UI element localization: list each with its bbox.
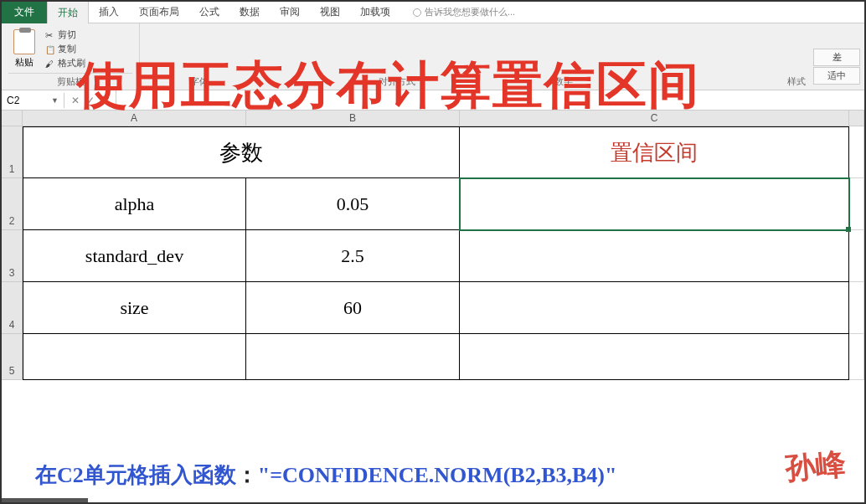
overlay-title: 使用正态分布计算置信区间	[77, 52, 700, 120]
watermark-signature: 孙峰	[784, 444, 848, 490]
style-neutral[interactable]: 适中	[813, 67, 860, 85]
cell-c5[interactable]	[460, 334, 849, 380]
select-all-corner[interactable]	[2, 111, 23, 126]
name-box[interactable]: C2 ▼	[2, 93, 64, 108]
tell-me-search[interactable]: 告诉我您想要做什么...	[413, 6, 515, 18]
cell-b5[interactable]	[246, 334, 460, 380]
styles-group-label: 样式	[787, 75, 806, 88]
cell-c4[interactable]	[460, 282, 849, 334]
tab-addins[interactable]: 加载项	[350, 1, 400, 23]
cell-b2[interactable]: 0.05	[246, 178, 460, 230]
row-header-2[interactable]: 2	[2, 178, 23, 230]
tab-review[interactable]: 审阅	[270, 1, 310, 23]
cell-a1-b1[interactable]: 参数	[23, 126, 460, 178]
tab-formula[interactable]: 公式	[189, 1, 229, 23]
cell-a4[interactable]: size	[23, 282, 246, 334]
bulb-icon	[413, 8, 421, 17]
cell-d3[interactable]	[849, 230, 864, 282]
cell-d1[interactable]	[849, 126, 864, 178]
cell-d4[interactable]	[849, 282, 864, 334]
ribbon-tabs: 文件 开始 插入 页面布局 公式 数据 审阅 视图 加载项 告诉我您想要做什么.…	[2, 2, 864, 23]
cell-c2[interactable]	[460, 178, 849, 230]
tab-file[interactable]: 文件	[2, 1, 47, 23]
row-header-1[interactable]: 1	[2, 126, 23, 178]
cell-c1[interactable]: 置信区间	[460, 126, 849, 178]
cell-a2[interactable]: alpha	[23, 178, 246, 230]
row-header-4[interactable]: 4	[2, 282, 23, 334]
cell-c3[interactable]	[460, 230, 849, 282]
style-bad[interactable]: 差	[813, 49, 860, 66]
cell-b4[interactable]: 60	[246, 282, 460, 334]
instruction-text: 在C2单元格插入函数："=CONFIDENCE.NORM(B2,B3,B4)"	[35, 460, 616, 490]
spreadsheet-grid: A B C 1 参数 置信区间 2 alpha 0.05 3 standard_…	[2, 111, 864, 380]
tab-data[interactable]: 数据	[229, 1, 270, 23]
tab-insert[interactable]: 插入	[89, 1, 129, 23]
cell-d2[interactable]	[849, 178, 864, 230]
col-header-extra[interactable]	[849, 111, 864, 126]
cell-a5[interactable]	[23, 334, 246, 380]
copy-icon	[45, 44, 55, 54]
cell-b3[interactable]: 2.5	[246, 230, 460, 282]
ribbon-body: 粘贴 剪切 复制 格式刷 剪贴板 使用正态分布计算置信区间 差 适中 字体 对齐…	[2, 23, 864, 90]
cell-styles-samples: 差 适中	[813, 49, 860, 85]
row-header-5[interactable]: 5	[2, 334, 23, 380]
clipboard-icon	[13, 29, 35, 54]
brush-icon	[45, 59, 55, 69]
row-header-3[interactable]: 3	[2, 230, 23, 282]
name-box-dropdown-icon[interactable]: ▼	[51, 96, 59, 105]
cell-d5[interactable]	[849, 334, 864, 380]
cell-a3[interactable]: standard_dev	[23, 230, 246, 282]
tab-home[interactable]: 开始	[47, 1, 89, 25]
cut-button[interactable]: 剪切	[45, 28, 85, 41]
paste-button[interactable]: 粘贴	[8, 28, 40, 70]
tab-view[interactable]: 视图	[310, 1, 350, 23]
scissors-icon	[45, 30, 55, 40]
tell-me-text: 告诉我您想要做什么...	[425, 6, 515, 18]
bottom-stripe	[2, 498, 864, 502]
tab-layout[interactable]: 页面布局	[129, 1, 189, 23]
